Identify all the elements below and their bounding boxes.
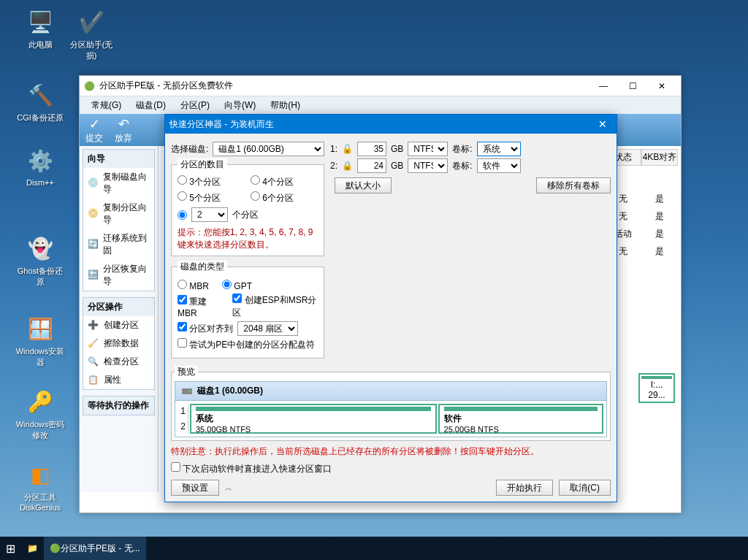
dialog-title: 快速分区神器 - 为装机而生 xyxy=(169,118,593,131)
custom-count-select[interactable]: 2 xyxy=(191,207,228,222)
menubar: 常规(G) 磁盘(D) 分区(P) 向导(W) 帮助(H) xyxy=(80,96,681,114)
select-disk-dropdown[interactable]: 磁盘1 (60.00GB) xyxy=(213,142,324,156)
partition-row-1: 1: 🔓 GB NTFS 卷标: 系统 xyxy=(330,142,611,156)
panel-wizard: 向导 💿复制磁盘向导 📀复制分区向导 🔄迁移系统到固 🔙分区恢复向导 xyxy=(83,149,155,291)
windows-icon: 🪟 xyxy=(26,314,55,343)
app-icon: 🟢 xyxy=(84,81,95,91)
pc-icon: 🖥️ xyxy=(26,7,55,37)
btn-label: 放弃 xyxy=(115,132,132,145)
sidebar-item-copy-disk[interactable]: 💿复制磁盘向导 xyxy=(83,168,154,199)
preview-part-2[interactable]: 软件 25.00GB NTFS xyxy=(438,404,603,434)
taskbar-app[interactable]: 🟢分区助手PE版 - 无... xyxy=(44,537,146,560)
size-input-1[interactable] xyxy=(357,142,386,156)
lock-icon[interactable]: 🔒 xyxy=(342,161,353,171)
sidebar-label: 检查分区 xyxy=(104,356,139,368)
dialog-titlebar[interactable]: 快速分区神器 - 为装机而生 ✕ xyxy=(165,115,617,134)
radio-5[interactable]: 5个分区 xyxy=(178,191,245,204)
size-input-2[interactable] xyxy=(357,158,386,173)
folder-icon: 📁 xyxy=(27,543,38,553)
sidebar-item-create[interactable]: ➕创建分区 xyxy=(83,316,154,334)
desktop-label: Windows安装器 xyxy=(15,346,66,368)
index-column: 12 xyxy=(178,404,188,434)
migrate-icon: 🔄 xyxy=(88,239,99,250)
radio-3[interactable]: 3个分区 xyxy=(178,175,245,188)
preset-button[interactable]: 预设置 xyxy=(171,480,219,496)
desktop-label: CGI备份还原 xyxy=(15,112,66,123)
col-4kb[interactable]: 4KB对齐 xyxy=(641,149,678,166)
radio-gpt[interactable]: GPT xyxy=(222,280,252,291)
menu-general[interactable]: 常规(G) xyxy=(84,98,129,113)
sidebar-item-copy-partition[interactable]: 📀复制分区向导 xyxy=(83,199,154,229)
fs-select-2[interactable]: NTFS xyxy=(408,158,448,173)
cb-pe-assign[interactable]: 尝试为PE中创建的分区分配盘符 xyxy=(178,338,315,351)
desktop-icon-winpwd[interactable]: 🔑Windows密码修改 xyxy=(15,387,66,441)
dialog-footer: 预设置 ︽ 开始执行 取消(C) xyxy=(171,475,611,496)
right-disk-block[interactable]: I:...29... xyxy=(638,373,675,404)
app-icon: 🟢 xyxy=(50,543,61,553)
desktop-icon-dism[interactable]: ⚙️Dism++ xyxy=(15,146,66,187)
quick-partition-dialog: 快速分区神器 - 为装机而生 ✕ 选择磁盘: 磁盘1 (60.00GB) 分区的… xyxy=(164,114,617,502)
desktop-icon-cgi[interactable]: 🔨CGI备份还原 xyxy=(15,80,66,123)
desktop-icon-wininstall[interactable]: 🪟Windows安装器 xyxy=(15,314,66,368)
panel-title: 向导 xyxy=(83,150,154,168)
desktop-icon-ghost[interactable]: 👻Ghost备份还原 xyxy=(15,234,66,288)
cb-align[interactable]: 分区对齐到 xyxy=(178,322,233,335)
dialog-close-button[interactable]: ✕ xyxy=(593,115,612,134)
cb-rebuild-mbr[interactable]: 重建MBR xyxy=(178,295,222,318)
explorer-button[interactable]: 📁 xyxy=(21,537,44,560)
remove-labels-button[interactable]: 移除所有卷标 xyxy=(536,177,611,193)
sidebar-label: 创建分区 xyxy=(104,319,139,331)
menu-partition[interactable]: 分区(P) xyxy=(173,98,217,113)
align-select[interactable]: 2048 扇区 xyxy=(237,321,298,336)
sidebar-item-properties[interactable]: 📋属性 xyxy=(83,371,154,389)
menu-wizard[interactable]: 向导(W) xyxy=(217,98,263,113)
menu-disk[interactable]: 磁盘(D) xyxy=(129,98,173,113)
fs-select-1[interactable]: NTFS xyxy=(408,142,448,156)
vol-select-2[interactable]: 软件 xyxy=(477,158,521,173)
desktop-icon-partassist[interactable]: ✔️分区助手(无损) xyxy=(66,7,117,61)
apply-button[interactable]: ✓提交 xyxy=(85,116,103,145)
start-button[interactable]: 开始执行 xyxy=(496,480,553,496)
cb-next-start[interactable]: 下次启动软件时直接进入快速分区窗口 xyxy=(171,464,332,474)
sidebar-item-migrate[interactable]: 🔄迁移系统到固 xyxy=(83,229,154,260)
part-index: 1: xyxy=(330,144,337,154)
desktop-label: 分区工具DiskGenius xyxy=(15,492,66,512)
panel-title: 等待执行的操作 xyxy=(83,396,154,415)
default-size-button[interactable]: 默认大小 xyxy=(335,177,392,193)
panel-partition-ops: 分区操作 ➕创建分区 🧹擦除数据 🔍检查分区 📋属性 xyxy=(83,297,155,390)
cb-esp-msr[interactable]: 创建ESP和MSR分区 xyxy=(232,294,318,319)
sidebar-item-recover[interactable]: 🔙分区恢复向导 xyxy=(83,260,154,291)
count-legend: 分区的数目 xyxy=(178,158,227,171)
discard-button[interactable]: ↶放弃 xyxy=(115,116,132,145)
close-button[interactable]: ✕ xyxy=(647,76,676,96)
sidebar-item-check[interactable]: 🔍检查分区 xyxy=(83,353,154,371)
sidebar-item-wipe[interactable]: 🧹擦除数据 xyxy=(83,334,154,353)
desktop-icon-this-pc[interactable]: 🖥️此电脑 xyxy=(15,7,66,50)
vol-select-1[interactable]: 系统 xyxy=(477,142,521,156)
menu-help[interactable]: 帮助(H) xyxy=(263,98,308,113)
disk-type-fieldset: 磁盘的类型 MBR GPT 重建MBR 创建ESP和MSR分区 分区对齐到 20… xyxy=(171,261,324,358)
check-icon: ✓ xyxy=(89,116,100,132)
radio-mbr[interactable]: MBR xyxy=(178,280,209,291)
sidebar-label: 属性 xyxy=(104,374,121,386)
maximize-button[interactable]: ☐ xyxy=(618,76,647,96)
svg-point-1 xyxy=(189,391,191,392)
wipe-icon: 🧹 xyxy=(88,338,99,350)
preview-part-1[interactable]: 系统 35.00GB NTFS xyxy=(190,404,437,434)
preview-fieldset: 预览 磁盘1 (60.00GB) 12 系统 35.00GB NTFS 软件 2… xyxy=(171,366,611,441)
cancel-button[interactable]: 取消(C) xyxy=(559,480,611,496)
start-button[interactable]: ⊞ xyxy=(0,537,21,560)
desktop-icon-diskgenius[interactable]: ◧分区工具DiskGenius xyxy=(15,460,66,512)
radio-6[interactable]: 6个分区 xyxy=(251,191,318,204)
radio-4[interactable]: 4个分区 xyxy=(251,175,318,188)
chevron-icon[interactable]: ︽ xyxy=(225,483,232,493)
radio-custom[interactable]: 2 个分区 xyxy=(178,207,318,222)
desktop-label: 分区助手(无损) xyxy=(66,39,117,61)
warning-text: 特别注意：执行此操作后，当前所选磁盘上已经存在的所有分区将被删除！按回车键开始分… xyxy=(171,445,611,458)
desktop-label: 此电脑 xyxy=(15,39,66,50)
sidebar: 向导 💿复制磁盘向导 📀复制分区向导 🔄迁移系统到固 🔙分区恢复向导 分区操作 … xyxy=(80,146,159,492)
undo-icon: ↶ xyxy=(118,116,129,132)
minimize-button[interactable]: — xyxy=(589,76,618,96)
main-titlebar[interactable]: 🟢 分区助手PE版 - 无损分区免费软件 — ☐ ✕ xyxy=(80,76,681,96)
lock-icon[interactable]: 🔓 xyxy=(342,144,353,154)
